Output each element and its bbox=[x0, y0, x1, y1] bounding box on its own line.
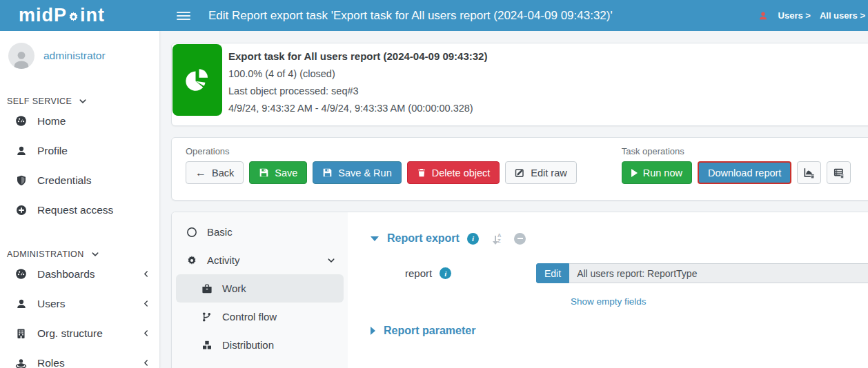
cubes-icon bbox=[201, 340, 213, 351]
details-menu: Basic Activity bbox=[172, 212, 348, 368]
back-button[interactable]: ← Back bbox=[186, 161, 244, 184]
remove-section-icon[interactable] bbox=[514, 233, 526, 245]
work-panel: Report export i AZ report i Edit bbox=[348, 212, 868, 368]
plus-circle-icon bbox=[15, 205, 27, 216]
task-type-icon-box bbox=[172, 44, 222, 116]
save-button[interactable]: Save bbox=[249, 161, 307, 184]
trash-icon bbox=[417, 167, 426, 178]
breadcrumb-all-users[interactable]: All users > bbox=[820, 10, 865, 21]
menu-item-activity[interactable]: Activity bbox=[176, 246, 344, 274]
list-trash-icon bbox=[833, 167, 845, 178]
caret-right-icon[interactable] bbox=[371, 327, 375, 335]
delete-object-button[interactable]: Delete object bbox=[407, 161, 500, 184]
sidebar-item-org-structure[interactable]: Org. structure bbox=[0, 318, 159, 348]
logo-text-suffix: int bbox=[80, 5, 105, 26]
sidebar-section-administration[interactable]: ADMINISTRATION bbox=[0, 249, 159, 259]
cleanup-task-results-button[interactable] bbox=[827, 161, 851, 184]
dashboard-icon bbox=[15, 115, 27, 127]
operations-toolbar: Operations ← Back bbox=[171, 137, 868, 201]
sidebar-item-request-access[interactable]: Request access bbox=[0, 195, 159, 225]
edit-raw-button[interactable]: Edit raw bbox=[505, 161, 576, 184]
roles-icon bbox=[15, 357, 27, 368]
save-and-run-button[interactable]: Save & Run bbox=[313, 161, 401, 184]
report-value-field: All users report: ReportType bbox=[569, 263, 868, 283]
info-icon[interactable]: i bbox=[440, 267, 451, 279]
menu-item-basic[interactable]: Basic bbox=[176, 218, 344, 246]
chevron-left-icon bbox=[142, 269, 150, 278]
report-field-label: report bbox=[405, 267, 432, 279]
run-now-button[interactable]: Run now bbox=[622, 161, 692, 184]
building-icon bbox=[15, 328, 27, 339]
task-operations-group: Task operations Run now Download report bbox=[622, 146, 851, 184]
user-icon bbox=[15, 298, 27, 309]
shield-icon bbox=[15, 175, 27, 186]
task-summary-text: Export task for All users report (2024-0… bbox=[228, 43, 868, 114]
task-display-name: Export task for All users report (2024-0… bbox=[228, 50, 868, 62]
arrow-left-icon: ← bbox=[195, 167, 206, 178]
operations-label: Operations bbox=[186, 146, 577, 156]
section-title[interactable]: Report parameter bbox=[384, 325, 475, 337]
main-content: Export task for All users report (2024-0… bbox=[160, 31, 868, 368]
chevron-left-icon bbox=[142, 299, 150, 308]
user-icon bbox=[15, 145, 27, 156]
gear-icon bbox=[186, 255, 197, 266]
edit-icon bbox=[515, 167, 525, 178]
user-panel: administrator bbox=[0, 31, 159, 69]
avatar bbox=[8, 43, 34, 69]
chevron-down-icon bbox=[91, 250, 99, 258]
menu-toggle-icon[interactable] bbox=[177, 12, 190, 20]
chevron-down-icon bbox=[327, 256, 335, 265]
sidebar-item-dashboards[interactable]: Dashboards bbox=[0, 259, 159, 289]
dashboard-icon bbox=[15, 268, 27, 280]
chart-trash-icon bbox=[803, 167, 815, 178]
task-last-object: Last object processed: seq#3 bbox=[228, 85, 868, 96]
circle-icon bbox=[186, 227, 197, 238]
breadcrumb-users[interactable]: Users > bbox=[778, 10, 811, 21]
task-details-panel: Basic Activity bbox=[171, 212, 868, 368]
report-parameter-section-header: Report parameter bbox=[371, 325, 868, 337]
top-bar: midP int Edit Report export task 'Export… bbox=[0, 0, 868, 31]
sidebar-item-credentials[interactable]: Credentials bbox=[0, 165, 159, 195]
report-export-section-header: Report export i AZ bbox=[371, 232, 868, 245]
download-report-button[interactable]: Download report bbox=[698, 161, 791, 184]
midpoint-app: midP int Edit Report export task 'Export… bbox=[0, 0, 868, 368]
task-operations-label: Task operations bbox=[622, 146, 851, 156]
cleanup-report-data-button[interactable] bbox=[797, 161, 821, 184]
floppy-icon bbox=[322, 167, 333, 178]
floppy-icon bbox=[259, 167, 269, 178]
page-title: Edit Report export task 'Export task for… bbox=[208, 9, 613, 23]
sidebar-item-profile[interactable]: Profile bbox=[0, 136, 159, 165]
sidebar-section-self-service[interactable]: SELF SERVICE bbox=[0, 96, 159, 106]
sort-properties-icon[interactable]: AZ bbox=[495, 233, 501, 244]
chevron-left-icon bbox=[142, 358, 150, 367]
caret-down-icon[interactable] bbox=[371, 236, 379, 241]
branch-icon bbox=[201, 311, 213, 323]
edit-report-button[interactable]: Edit bbox=[536, 263, 569, 283]
logged-in-user-link[interactable]: administrator bbox=[43, 50, 106, 62]
sidebar-item-home[interactable]: Home bbox=[0, 106, 159, 136]
task-time-range: 4/9/24, 9:43:32 AM - 4/9/24, 9:43:33 AM … bbox=[228, 103, 868, 114]
sidebar: administrator SELF SERVICE Home bbox=[0, 31, 160, 368]
logo-gear-icon bbox=[68, 11, 79, 23]
midpoint-logo[interactable]: midP int bbox=[0, 5, 160, 26]
menu-item-control-flow[interactable]: Control flow bbox=[176, 303, 344, 331]
task-summary-panel: Export task for All users report (2024-0… bbox=[171, 43, 868, 126]
chevron-down-icon bbox=[79, 97, 87, 105]
report-field-row: report i Edit All users report: ReportTy… bbox=[371, 263, 868, 283]
sidebar-item-users[interactable]: Users bbox=[0, 289, 159, 318]
play-icon bbox=[631, 169, 638, 177]
operations-group: Operations ← Back bbox=[186, 146, 577, 184]
section-title[interactable]: Report export bbox=[387, 232, 460, 245]
menu-item-distribution[interactable]: Distribution bbox=[176, 331, 344, 359]
pie-chart-icon bbox=[184, 66, 211, 94]
chevron-left-icon bbox=[142, 329, 150, 338]
user-icon bbox=[758, 11, 768, 21]
report-input-group: Edit All users report: ReportType bbox=[536, 263, 868, 283]
menu-item-work[interactable]: Work bbox=[176, 274, 344, 303]
info-icon[interactable]: i bbox=[467, 233, 479, 245]
sidebar-item-roles[interactable]: Roles bbox=[0, 348, 159, 368]
task-progress: 100.0% (4 of 4) (closed) bbox=[228, 68, 868, 79]
logo-text-prefix: midP bbox=[19, 5, 67, 26]
briefcase-icon bbox=[201, 283, 213, 294]
show-empty-fields-link[interactable]: Show empty fields bbox=[571, 296, 647, 307]
